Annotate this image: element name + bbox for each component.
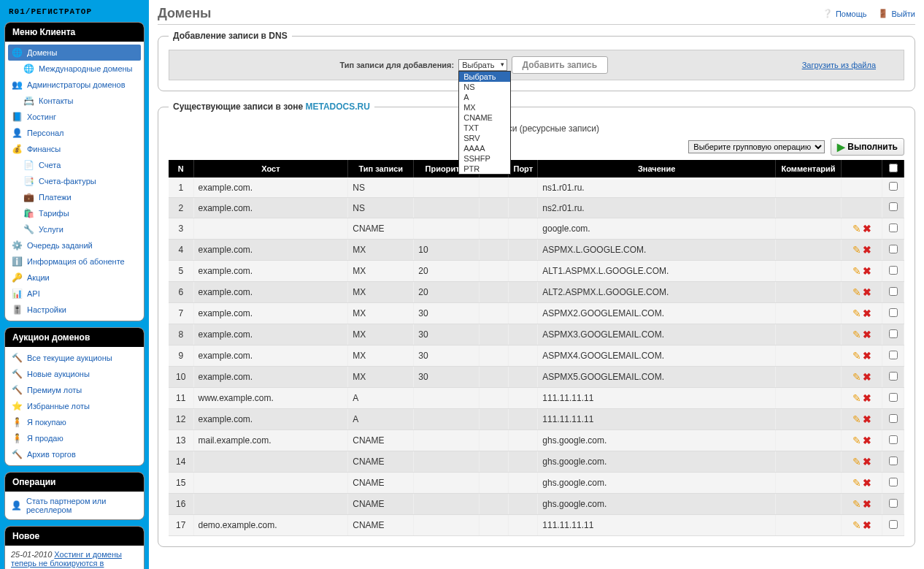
add-record-button[interactable]: Добавить запись (512, 56, 609, 74)
delete-icon[interactable]: ✖ (863, 435, 871, 446)
edit-icon[interactable]: ✎ (852, 519, 861, 531)
type-option-a[interactable]: A (459, 92, 510, 102)
type-option-cname[interactable]: CNAME (459, 112, 510, 123)
col-select-all[interactable] (882, 160, 904, 177)
delete-icon[interactable]: ✖ (863, 456, 871, 467)
sidebar-item-новые-аукционы[interactable]: 🔨Новые аукционы (5, 366, 144, 382)
delete-icon[interactable]: ✖ (863, 392, 871, 404)
edit-icon[interactable]: ✎ (852, 477, 861, 489)
row-checkbox[interactable] (889, 414, 898, 423)
edit-icon[interactable]: ✎ (852, 223, 861, 234)
edit-icon[interactable]: ✎ (852, 286, 861, 298)
edit-icon[interactable]: ✎ (852, 244, 861, 256)
type-option-srv[interactable]: SRV (459, 133, 510, 143)
delete-icon[interactable]: ✖ (863, 350, 871, 362)
type-dropdown[interactable]: ВыбратьNSAMXCNAMETXTSRVAAAASSHFPPTR (458, 71, 511, 175)
sidebar-item-все-текущие-аукционы[interactable]: 🔨Все текущие аукционы (5, 350, 144, 366)
sidebar-item-контакты[interactable]: 📇Контакты (5, 93, 144, 109)
edit-icon[interactable]: ✎ (852, 456, 861, 467)
edit-icon[interactable]: ✎ (852, 435, 861, 446)
delete-icon[interactable]: ✖ (863, 244, 871, 256)
sidebar-item-международные-домены[interactable]: 🌐Международные домены (5, 61, 144, 77)
type-option-txt[interactable]: TXT (459, 123, 510, 133)
delete-icon[interactable]: ✖ (863, 519, 871, 531)
sidebar-item-настройки[interactable]: 🎚️Настройки (5, 302, 144, 318)
delete-icon[interactable]: ✖ (863, 265, 871, 277)
edit-icon[interactable]: ✎ (852, 498, 861, 510)
delete-icon[interactable]: ✖ (863, 223, 871, 234)
sidebar-item-платежи[interactable]: 💼Платежи (5, 189, 144, 205)
sidebar-item-стать-партнером-или-реселлером[interactable]: 👤Стать партнером или реселлером (5, 494, 144, 516)
type-option-ns[interactable]: NS (459, 82, 510, 92)
sidebar-item-премиум-лоты[interactable]: 🔨Премиум лоты (5, 382, 144, 398)
logout-link[interactable]: 🚪Выйти (878, 9, 915, 18)
sidebar-item-очередь-заданий[interactable]: ⚙️Очередь заданий (5, 237, 144, 253)
row-checkbox[interactable] (889, 520, 898, 529)
row-checkbox[interactable] (889, 478, 898, 486)
delete-icon[interactable]: ✖ (863, 308, 871, 319)
execute-button[interactable]: ▶Выполнить (831, 138, 904, 156)
menu-icon: 🌐 (23, 63, 34, 75)
edit-icon[interactable]: ✎ (852, 308, 861, 319)
delete-icon[interactable]: ✖ (863, 498, 871, 510)
row-checkbox[interactable] (889, 182, 898, 191)
row-checkbox[interactable] (889, 351, 898, 359)
row-checkbox[interactable] (889, 393, 898, 402)
group-operation-select[interactable]: Выберите групповую операцию (688, 140, 825, 153)
edit-icon[interactable]: ✎ (852, 329, 861, 340)
sidebar-item-я-покупаю[interactable]: 🧍Я покупаю (5, 414, 144, 430)
sidebar-item-информация-об-абоненте[interactable]: ℹ️Информация об абоненте (5, 253, 144, 270)
row-checkbox[interactable] (889, 372, 898, 381)
help-link[interactable]: ❔Помощь (823, 9, 867, 18)
row-checkbox[interactable] (889, 499, 898, 508)
auction-title: Аукцион доменов (5, 328, 144, 347)
row-checkbox[interactable] (889, 224, 898, 232)
sidebar-item-персонал[interactable]: 👤Персонал (5, 125, 144, 141)
menu-icon: 🔨 (11, 368, 23, 380)
cell-comment (776, 409, 842, 430)
select-all-checkbox[interactable] (889, 164, 898, 172)
sidebar-item-акции[interactable]: 🔑Акции (5, 270, 144, 286)
sidebar-item-избранные-лоты[interactable]: ⭐Избранные лоты (5, 398, 144, 414)
type-option-mx[interactable]: MX (459, 102, 510, 112)
sidebar-item-хостинг[interactable]: 📘Хостинг (5, 109, 144, 125)
row-checkbox[interactable] (889, 435, 898, 444)
delete-icon[interactable]: ✖ (863, 413, 871, 425)
sidebar-item-администраторы-доменов[interactable]: 👥Администраторы доменов (5, 77, 144, 93)
type-option-выбрать[interactable]: Выбрать (459, 72, 510, 82)
type-option-sshfp[interactable]: SSHFP (459, 153, 510, 164)
sidebar-item-api[interactable]: 📊API (5, 286, 144, 302)
sidebar-item-архив-торгов[interactable]: 🔨Архив торгов (5, 446, 144, 462)
row-checkbox[interactable] (889, 308, 898, 317)
delete-icon[interactable]: ✖ (863, 329, 871, 340)
row-checkbox[interactable] (889, 457, 898, 465)
upload-from-file-link[interactable]: Загрузить из файла (780, 61, 898, 69)
menu-icon: 📘 (11, 111, 23, 123)
delete-icon[interactable]: ✖ (863, 371, 871, 383)
row-checkbox[interactable] (889, 202, 898, 211)
sidebar-item-финансы[interactable]: 💰Финансы (5, 141, 144, 157)
edit-icon[interactable]: ✎ (852, 350, 861, 362)
row-checkbox[interactable] (889, 287, 898, 296)
sidebar-item-я-продаю[interactable]: 🧍Я продаю (5, 430, 144, 446)
sidebar-item-тарифы[interactable]: 🛍️Тарифы (5, 205, 144, 221)
cell-value: ASPMX.L.GOOGLE.COM. (538, 240, 776, 261)
edit-icon[interactable]: ✎ (852, 413, 861, 425)
edit-icon[interactable]: ✎ (852, 371, 861, 383)
sidebar-item-счета[interactable]: 📄Счета (5, 157, 144, 173)
type-select[interactable]: Выбрать (458, 59, 507, 71)
row-checkbox[interactable] (889, 266, 898, 275)
delete-icon[interactable]: ✖ (863, 286, 871, 298)
cell-type: MX (348, 345, 414, 367)
row-checkbox[interactable] (889, 245, 898, 253)
type-option-aaaa[interactable]: AAAA (459, 143, 510, 153)
row-checkbox[interactable] (889, 329, 898, 338)
sidebar-item-счета-фактуры[interactable]: 📑Счета-фактуры (5, 173, 144, 189)
sidebar-item-домены[interactable]: 🌐Домены (8, 45, 141, 61)
type-option-ptr[interactable]: PTR (459, 164, 510, 174)
sidebar-item-услуги[interactable]: 🔧Услуги (5, 221, 144, 237)
cell-n: 2 (169, 198, 193, 218)
edit-icon[interactable]: ✎ (852, 265, 861, 277)
delete-icon[interactable]: ✖ (863, 477, 871, 489)
edit-icon[interactable]: ✎ (852, 392, 861, 404)
